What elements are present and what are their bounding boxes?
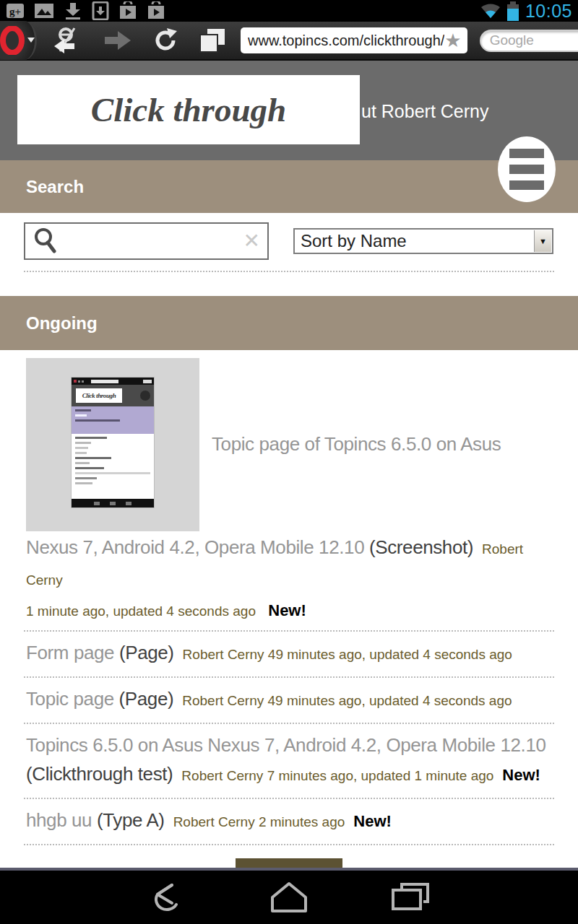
thumbnail-line	[75, 442, 91, 444]
gplus-icon: g+	[6, 1, 25, 20]
notification-icons: g+	[6, 1, 165, 20]
search-input[interactable]	[57, 232, 243, 250]
thumbnail-line	[75, 462, 90, 464]
item-title-link[interactable]: Nexus 7, Android 4.2, Opera Mobile 12.10	[26, 536, 369, 558]
item-title-link[interactable]: hhgb uu	[26, 809, 97, 831]
address-bar[interactable]: www.topincs.com/clickthrough/ ★	[241, 27, 467, 53]
android-status-bar: g+ 10:05	[0, 0, 578, 22]
thumbnail-menu-circle	[140, 391, 150, 401]
sort-select[interactable]: Sort by Name ▼	[293, 228, 553, 254]
nav-back-button[interactable]	[144, 879, 188, 915]
item-title-continuation: Nexus 7, Android 4.2, Opera Mobile 12.10…	[26, 533, 552, 595]
thumbnail-nav-dot	[110, 502, 116, 505]
android-nav-bar	[0, 871, 578, 924]
item-timestamp: 1 minute ago, updated 4 seconds ago	[26, 603, 259, 619]
item-line: hhgb uu (Type A)Robert Cerny 2 minutes a…	[26, 806, 552, 837]
thumbnail-nav-dot	[94, 502, 100, 505]
item-title-link[interactable]: Topic page	[26, 688, 119, 710]
thumbnail-line	[75, 437, 107, 439]
item-top-row: Click throughTopic page of Topincs 6.5.0…	[26, 358, 552, 531]
divider	[24, 844, 554, 845]
hamburger-bar	[509, 180, 544, 190]
search-section-title: Search	[26, 177, 84, 197]
thumbnail-line	[75, 447, 88, 449]
dropdown-arrow-icon: ▼	[539, 237, 547, 245]
list-item[interactable]: Form page (Page)Robert Cerny 49 minutes …	[0, 632, 578, 676]
gallery-icon	[34, 1, 54, 20]
device-screen: g+ 10:05 www.topincs.com/clickthrough/ ★	[0, 0, 578, 924]
svg-text:g+: g+	[9, 6, 21, 17]
thumbnail-dot	[82, 380, 84, 383]
item-meta: Robert Cerny 49 minutes ago, updated 4 s…	[182, 693, 512, 708]
header-user-text[interactable]: ut Robert Cerny	[361, 101, 488, 122]
item-title-link[interactable]: Form page	[26, 642, 119, 663]
nav-home-button[interactable]	[267, 879, 311, 915]
tabs-icon[interactable]	[199, 27, 226, 53]
thumbnail-line	[75, 457, 111, 459]
url-text[interactable]: www.topincs.com/clickthrough/	[248, 32, 444, 49]
item-line: Topic page (Page)Robert Cerny 49 minutes…	[26, 684, 552, 715]
clear-search-icon[interactable]: ✕	[243, 231, 260, 251]
web-page: ut Robert Cerny Click through Search ✕ S…	[0, 61, 578, 868]
reload-icon[interactable]	[152, 27, 178, 54]
recents-icon	[392, 883, 429, 912]
thumbnail-line	[75, 419, 120, 422]
thumbnail-line	[75, 482, 92, 484]
site-logo[interactable]: Click through	[17, 75, 360, 144]
thumbnail-searchbar	[143, 380, 152, 383]
item-line: Topincs 6.5.0 on Asus Nexus 7, Android 4…	[26, 731, 552, 790]
search-section-header: Search	[0, 160, 578, 213]
forward-icon[interactable]	[103, 30, 132, 51]
home-icon	[269, 881, 309, 913]
item-type-label: (Page)	[119, 688, 174, 710]
ongoing-section-header: Ongoing	[0, 296, 578, 350]
list-item[interactable]: Topic page (Page)Robert Cerny 49 minutes…	[0, 678, 578, 723]
web-search-input[interactable]	[480, 30, 578, 52]
thumbnail-screenshot: Click through	[71, 377, 155, 508]
item-thumbnail[interactable]: Click through	[26, 358, 199, 531]
list-item[interactable]: Click throughTopic page of Topincs 6.5.0…	[0, 350, 578, 630]
thumbnail-logo: Click through	[76, 388, 122, 403]
thumbnail-line	[75, 452, 87, 454]
hamburger-bar	[509, 165, 544, 174]
thumbnail-opera-dot	[74, 380, 77, 383]
list-item[interactable]: Topincs 6.5.0 on Asus Nexus 7, Android 4…	[0, 724, 578, 798]
item-type-label: (Page)	[119, 642, 174, 663]
wifi-icon	[480, 2, 501, 19]
list-item[interactable]: hhgb uu (Type A)Robert Cerny 2 minutes a…	[0, 799, 578, 844]
browser-toolbar: www.topincs.com/clickthrough/ ★	[0, 22, 578, 61]
download-icon	[64, 1, 82, 20]
thumbnail-line	[75, 414, 87, 417]
item-title-link[interactable]: Topincs 6.5.0 on Asus Nexus 7, Android 4…	[26, 734, 546, 756]
back-zoom-icon[interactable]	[53, 27, 83, 54]
item-type-label: (Type A)	[97, 809, 165, 831]
item-meta: Robert Cerny 2 minutes ago	[173, 814, 345, 829]
item-line: Form page (Page)Robert Cerny 49 minutes …	[26, 638, 552, 669]
divider	[24, 271, 554, 272]
thumbnail-urlbar	[91, 380, 118, 383]
site-logo-text: Click through	[91, 90, 286, 129]
thumbnail-dot	[78, 380, 80, 383]
thumbnail-line	[75, 409, 91, 411]
thumbnail-statusbar	[72, 378, 154, 385]
item-title-link[interactable]: Topic page of Topincs 6.5.0 on Asus	[212, 358, 501, 531]
bookmark-star-icon[interactable]: ★	[444, 31, 461, 50]
sort-dropdown-button[interactable]: ▼	[534, 230, 551, 252]
play-store-icon	[118, 1, 137, 20]
new-badge: New!	[353, 812, 392, 830]
new-badge: New!	[268, 601, 306, 619]
device-download-icon	[92, 1, 109, 20]
back-icon	[147, 882, 185, 912]
thumbnail-line	[75, 472, 150, 474]
more-button[interactable]: More …	[236, 858, 342, 868]
nav-recents-button[interactable]	[389, 879, 432, 915]
ongoing-section-title: Ongoing	[26, 313, 98, 334]
hamburger-menu-button[interactable]	[498, 136, 556, 202]
opera-menu-button[interactable]	[0, 21, 37, 60]
item-meta-line: 1 minute ago, updated 4 seconds ago New!	[26, 595, 552, 626]
play-store-icon	[147, 1, 165, 20]
thumbnail-line	[75, 467, 104, 469]
thumbnail-header: Click through	[72, 385, 154, 406]
search-box[interactable]: ✕	[24, 222, 269, 260]
new-badge: New!	[502, 766, 540, 784]
